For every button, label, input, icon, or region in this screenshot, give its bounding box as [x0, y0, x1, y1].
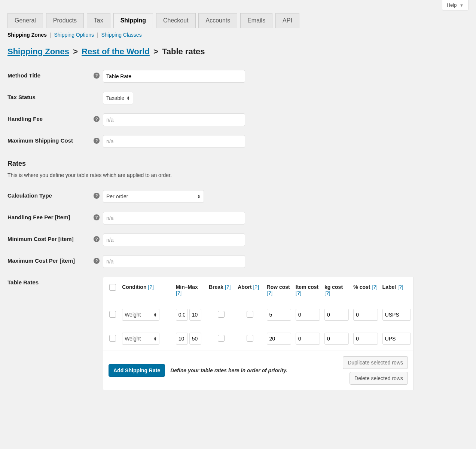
handling-fee-per-input[interactable]	[103, 212, 245, 224]
chevron-down-icon: ▼	[460, 3, 464, 7]
help-tab-label: Help	[447, 2, 457, 8]
subtab-classes[interactable]: Shipping Classes	[101, 32, 141, 38]
max-input[interactable]	[189, 309, 201, 321]
tab-api[interactable]: API	[275, 13, 299, 28]
min-input[interactable]	[176, 333, 188, 345]
pct-cost-input[interactable]	[353, 333, 378, 345]
max-input[interactable]	[189, 333, 201, 345]
kg-cost-input[interactable]	[324, 309, 349, 321]
help-link[interactable]: [?]	[324, 290, 330, 296]
condition-select[interactable]: Weight▲▼	[122, 333, 159, 345]
handling-fee-per-label: Handling Fee Per [item]	[7, 207, 94, 229]
add-shipping-rate-button[interactable]: Add Shipping Rate	[109, 364, 165, 377]
max-shipping-cost-label: Maximum Shipping Cost	[7, 131, 94, 152]
settings-tabs: General Products Tax Shipping Checkout A…	[7, 13, 469, 28]
calc-type-label: Calculation Type	[7, 186, 94, 207]
help-icon[interactable]: ?	[94, 73, 100, 79]
tab-tax[interactable]: Tax	[87, 13, 110, 28]
tax-status-select[interactable]: Taxable ▲▼	[103, 92, 133, 104]
help-icon[interactable]: ?	[94, 214, 100, 220]
help-link[interactable]: [?]	[225, 284, 231, 290]
row-select-checkbox[interactable]	[109, 311, 116, 318]
label-input[interactable]	[382, 309, 411, 321]
tab-general[interactable]: General	[7, 13, 43, 28]
max-cost-per-input[interactable]	[103, 255, 245, 268]
min-cost-per-input[interactable]	[103, 233, 245, 246]
label-input[interactable]	[382, 333, 411, 345]
pct-cost-input[interactable]	[353, 309, 378, 321]
condition-value: Weight	[125, 336, 141, 342]
sort-arrows-icon: ▲▼	[153, 336, 157, 341]
sort-arrows-icon: ▲▼	[153, 312, 157, 317]
calc-type-value: Per order	[106, 193, 128, 199]
delete-rows-button[interactable]: Delete selected rows	[350, 372, 408, 385]
subtab-options[interactable]: Shipping Options	[54, 32, 94, 38]
help-link[interactable]: [?]	[267, 290, 273, 296]
help-link[interactable]: [?]	[148, 284, 154, 290]
rates-desc: This is where you define your table rate…	[7, 172, 469, 178]
help-icon[interactable]: ?	[94, 258, 100, 264]
table-rates-panel: Condition [?] Min–Max [?] Break [?] Abor…	[103, 277, 414, 390]
abort-checkbox[interactable]	[247, 311, 253, 318]
tax-status-label: Tax Status	[7, 87, 94, 109]
abort-checkbox[interactable]	[247, 335, 253, 342]
tab-accounts[interactable]: Accounts	[198, 13, 237, 28]
breadcrumb-zone[interactable]: Rest of the World	[82, 47, 150, 56]
table-row: Weight▲▼	[103, 327, 413, 351]
help-link[interactable]: [?]	[372, 284, 378, 290]
duplicate-rows-button[interactable]: Duplicate selected rows	[343, 356, 408, 369]
handling-fee-input[interactable]	[103, 113, 245, 126]
row-cost-input[interactable]	[267, 333, 291, 345]
th-row-cost: Row cost	[267, 284, 290, 290]
calc-type-select[interactable]: Per order ▲▼	[103, 190, 204, 203]
break-checkbox[interactable]	[218, 335, 225, 342]
shipping-subtabs: Shipping Zones | Shipping Options | Ship…	[7, 28, 469, 42]
th-label: Label	[382, 284, 396, 290]
th-abort: Abort	[238, 284, 251, 290]
max-cost-per-label: Maximum Cost Per [item]	[7, 251, 94, 272]
th-item-cost: Item cost	[296, 284, 318, 290]
help-link[interactable]: [?]	[176, 290, 182, 296]
tab-products[interactable]: Products	[46, 13, 84, 28]
th-kg-cost: kg cost	[324, 284, 343, 290]
tab-emails[interactable]: Emails	[240, 13, 272, 28]
select-all-checkbox[interactable]	[109, 284, 116, 291]
help-link[interactable]: [?]	[296, 290, 302, 296]
min-input[interactable]	[176, 309, 188, 321]
condition-value: Weight	[125, 312, 141, 318]
th-condition: Condition	[122, 284, 146, 290]
sort-arrows-icon: ▲▼	[197, 194, 201, 199]
item-cost-input[interactable]	[296, 309, 320, 321]
row-select-checkbox[interactable]	[109, 335, 116, 342]
max-shipping-cost-input[interactable]	[103, 135, 245, 148]
help-icon[interactable]: ?	[94, 236, 100, 242]
tab-shipping[interactable]: Shipping	[113, 13, 153, 28]
help-icon[interactable]: ?	[94, 116, 100, 122]
help-icon[interactable]: ?	[94, 193, 100, 199]
help-link[interactable]: [?]	[253, 284, 259, 290]
breadcrumb-root[interactable]: Shipping Zones	[7, 47, 69, 56]
breadcrumb-leaf: Table rates	[162, 47, 205, 56]
sort-arrows-icon: ▲▼	[126, 96, 130, 100]
handling-fee-label: Handling Fee	[7, 109, 94, 131]
row-cost-input[interactable]	[267, 309, 291, 321]
tab-checkout[interactable]: Checkout	[156, 13, 196, 28]
rates-heading: Rates	[7, 160, 469, 168]
th-pct-cost: % cost	[353, 284, 370, 290]
method-title-label: Method Title	[7, 65, 94, 87]
item-cost-input[interactable]	[296, 333, 320, 345]
help-icon[interactable]: ?	[94, 138, 100, 144]
th-minmax: Min–Max	[176, 284, 198, 290]
condition-select[interactable]: Weight▲▼	[122, 309, 159, 321]
rates-footer-note: Define your table rates here in order of…	[170, 367, 338, 373]
table-row: Weight▲▼	[103, 303, 413, 327]
kg-cost-input[interactable]	[324, 333, 349, 345]
help-tab[interactable]: Help ▼	[442, 0, 469, 10]
break-checkbox[interactable]	[218, 311, 225, 318]
method-title-input[interactable]	[103, 70, 245, 83]
subtab-zones[interactable]: Shipping Zones	[7, 32, 47, 38]
min-cost-per-label: Minimum Cost Per [item]	[7, 229, 94, 251]
th-break: Break	[209, 284, 223, 290]
help-link[interactable]: [?]	[397, 284, 403, 290]
table-rates-label: Table Rates	[7, 272, 94, 395]
